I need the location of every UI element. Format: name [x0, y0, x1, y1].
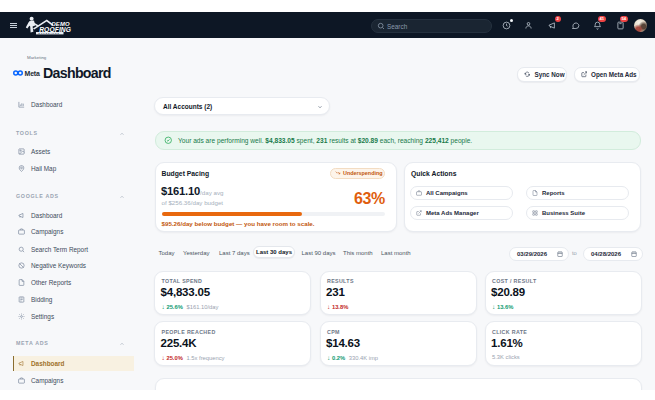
svg-text:EXTERIORS: EXTERIORS — [39, 32, 60, 34]
